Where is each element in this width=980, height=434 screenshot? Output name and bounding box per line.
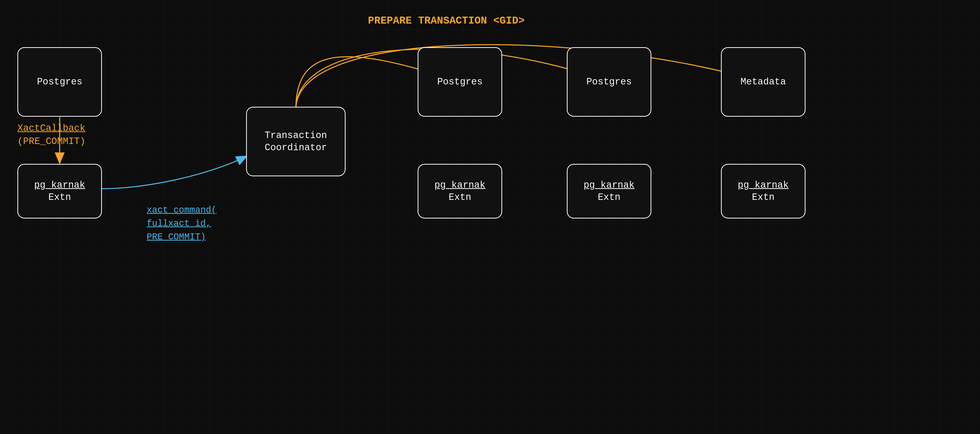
pgkarnak-2-label: pg_karnak [434,179,485,191]
metadata-box: Metadata [721,47,805,117]
xact-callback-precommit: (PRE_COMMIT) [18,136,86,147]
diagram: PREPARE TRANSACTION <GID> Postgres XactC… [0,0,980,434]
postgres-left-label: Postgres [37,76,82,88]
pgkarnak-4-label: pg_karnak [738,179,789,191]
postgres-3-box: Postgres [567,47,651,117]
tx-coordinator-box: TransactionCoordinator [246,107,345,176]
pgkarnak-4-extn: Extn [752,191,775,203]
xact-callback-text: XactCallback [18,123,86,133]
postgres-2-label: Postgres [437,76,482,88]
pgkarnak-left-label: pg_karnak [34,179,85,191]
xact-command-label: xact_command( fullxact_id, PRE_COMMIT) [147,204,216,244]
pgkarnak-2-extn: Extn [449,191,471,203]
pgkarnak-3-box: pg_karnak Extn [567,164,651,219]
xact-cmd-text: xact_command( [147,205,216,215]
pgkarnak-3-label: pg_karnak [584,179,635,191]
xact-callback-label: XactCallback (PRE_COMMIT) [18,122,86,148]
tx-coordinator-label: TransactionCoordinator [265,129,327,154]
postgres-2-box: Postgres [418,47,502,117]
xact-cmd-fullxact: fullxact_id, [147,219,211,229]
prepare-transaction-label: PREPARE TRANSACTION <GID> [368,15,525,27]
pgkarnak-left-extn: Extn [48,191,71,203]
pgkarnak-4-box: pg_karnak Extn [721,164,805,219]
xact-cmd-precommit: PRE_COMMIT) [147,232,206,242]
pgkarnak-2-box: pg_karnak Extn [418,164,502,219]
pgkarnak-left-box: pg_karnak Extn [18,164,102,219]
postgres-left-box: Postgres [18,47,102,117]
postgres-3-label: Postgres [587,76,632,88]
pgkarnak-3-extn: Extn [598,191,620,203]
metadata-label: Metadata [741,76,786,88]
